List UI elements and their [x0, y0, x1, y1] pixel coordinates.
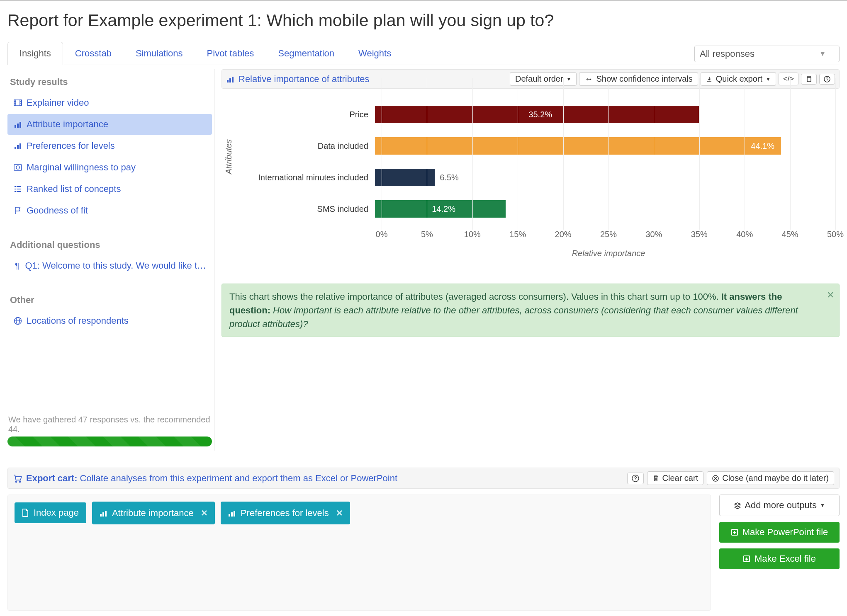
code-button[interactable]: </>: [779, 73, 798, 85]
close-cart-button[interactable]: Close (and maybe do it later): [707, 471, 834, 485]
svg-rect-18: [17, 189, 21, 189]
section-head-study-results: Study results: [7, 73, 214, 92]
chip-label: Index page: [34, 507, 79, 518]
chip-label: Attribute importance: [112, 508, 194, 519]
chart-bar: 35.2%: [375, 106, 699, 123]
export-help-button[interactable]: ?: [627, 473, 644, 484]
response-select-value: All responses: [700, 49, 755, 59]
cart-area: Index pageAttribute importance×Preferenc…: [7, 495, 711, 611]
sidebar-item-ranked-list-of-concepts[interactable]: Ranked list of concepts: [7, 179, 212, 199]
close-icon[interactable]: ×: [201, 507, 207, 519]
section-head-other: Other: [7, 291, 214, 310]
sidebar-item-attribute-importance[interactable]: Attribute importance: [7, 114, 212, 135]
svg-rect-41: [234, 511, 235, 517]
quick-export-button[interactable]: Quick export ▼: [701, 72, 776, 86]
make-powerpoint-button[interactable]: Make PowerPoint file: [719, 522, 840, 543]
caret-down-icon: ▼: [819, 50, 826, 58]
doc-icon: [22, 509, 29, 517]
export-header-desc: Collate analyses from this experiment an…: [80, 473, 397, 483]
chart-xtick: 5%: [421, 230, 433, 239]
caret-down-icon: ▼: [567, 76, 572, 82]
chart-category: Data included: [251, 141, 375, 151]
cart-chip-preferences-for-levels[interactable]: Preferences for levels×: [221, 502, 350, 524]
export-header: Export cart: Collate analyses from this …: [7, 468, 840, 489]
chart-bar-value: 35.2%: [528, 110, 552, 119]
cart-chip-index-page[interactable]: Index page: [15, 502, 86, 523]
chart-xtick: 20%: [555, 230, 572, 239]
chart-bar-row: SMS included14.2%: [251, 196, 835, 222]
sidebar: Study results Explainer videoAttribute i…: [7, 69, 215, 451]
chart-category: Price: [251, 110, 375, 119]
chart-xtick: 45%: [782, 230, 798, 239]
svg-rect-36: [100, 514, 102, 517]
sidebar-item-locations[interactable]: Locations of respondents: [7, 310, 212, 331]
svg-point-31: [16, 481, 17, 482]
svg-rect-1: [14, 100, 16, 106]
svg-rect-20: [17, 191, 21, 192]
tab-pivot-tables[interactable]: Pivot tables: [195, 42, 266, 65]
chart-ylabel: Attributes: [224, 139, 234, 174]
close-icon[interactable]: ×: [336, 507, 343, 519]
tab-simulations[interactable]: Simulations: [124, 42, 195, 65]
trash-icon: [652, 475, 659, 482]
tab-crosstab[interactable]: Crosstab: [63, 42, 124, 65]
chart-xtick: 25%: [600, 230, 617, 239]
help-button[interactable]: ?: [819, 74, 835, 85]
tab-segmentation[interactable]: Segmentation: [266, 42, 346, 65]
sidebar-item-label: Preferences for levels: [27, 141, 115, 151]
svg-rect-12: [19, 143, 21, 149]
svg-rect-25: [227, 80, 229, 82]
copy-button[interactable]: [801, 74, 817, 85]
export-icon: [743, 555, 750, 563]
sidebar-item-explainer-video[interactable]: Explainer video: [7, 92, 212, 113]
info-banner: ✕ This chart shows the relative importan…: [221, 284, 840, 337]
svg-rect-38: [105, 511, 107, 517]
flag-icon: [13, 207, 22, 214]
chart-category: SMS included: [251, 204, 375, 214]
make-excel-button[interactable]: Make Excel file: [719, 548, 840, 569]
svg-rect-9: [19, 122, 21, 128]
sidebar-item-marginal-willingness-to-pay[interactable]: Marginal willingness to pay: [7, 157, 212, 178]
response-select[interactable]: All responses ▼: [694, 46, 840, 62]
svg-rect-11: [17, 145, 19, 149]
svg-rect-15: [15, 186, 16, 187]
globe-icon: [13, 317, 22, 325]
chart-xtick: 0%: [376, 230, 388, 239]
chart-bar-row: International minutes included6.5%: [251, 164, 835, 191]
video-icon: [13, 99, 22, 106]
svg-rect-39: [229, 514, 230, 517]
svg-rect-7: [15, 125, 16, 128]
bar-icon: [100, 509, 107, 517]
confidence-intervals-button[interactable]: ↔ Show confidence intervals: [579, 72, 698, 86]
sidebar-item-label: Explainer video: [27, 97, 89, 108]
sidebar-item-q1[interactable]: ¶ Q1: Welcome to this study. We would li…: [7, 255, 212, 276]
svg-rect-16: [17, 186, 21, 187]
close-icon[interactable]: ✕: [827, 288, 834, 302]
progress-bar: [7, 437, 212, 446]
caret-down-icon: ▼: [766, 76, 771, 82]
money-icon: [13, 164, 22, 171]
svg-rect-13: [14, 165, 22, 170]
info-banner-lead: This chart shows the relative importance…: [229, 291, 721, 302]
cart-chip-attribute-importance[interactable]: Attribute importance×: [92, 502, 215, 524]
tab-insights[interactable]: Insights: [7, 42, 63, 65]
tab-weights[interactable]: Weights: [346, 42, 403, 65]
sidebar-item-preferences-for-levels[interactable]: Preferences for levels: [7, 136, 212, 156]
clear-cart-button[interactable]: Clear cart: [647, 471, 704, 485]
sidebar-item-label: Marginal willingness to pay: [27, 162, 136, 173]
svg-rect-0: [14, 100, 22, 106]
chip-label: Preferences for levels: [241, 508, 329, 519]
chart-header: Relative importance of attributes Defaul…: [221, 69, 840, 89]
chart-bar-value: 6.5%: [440, 169, 459, 186]
add-more-outputs-button[interactable]: Add more outputs ▼: [719, 495, 840, 516]
svg-rect-19: [15, 191, 16, 192]
bar-icon: [13, 121, 22, 128]
default-order-button[interactable]: Default order ▼: [510, 72, 577, 86]
svg-rect-28: [807, 78, 811, 82]
svg-rect-10: [15, 147, 16, 149]
paragraph-icon: ¶: [13, 261, 21, 271]
svg-rect-2: [20, 100, 22, 106]
sidebar-item-goodness-of-fit[interactable]: Goodness of fit: [7, 200, 212, 221]
export-icon: [731, 529, 738, 536]
chart-xlabel: Relative importance: [382, 244, 835, 258]
